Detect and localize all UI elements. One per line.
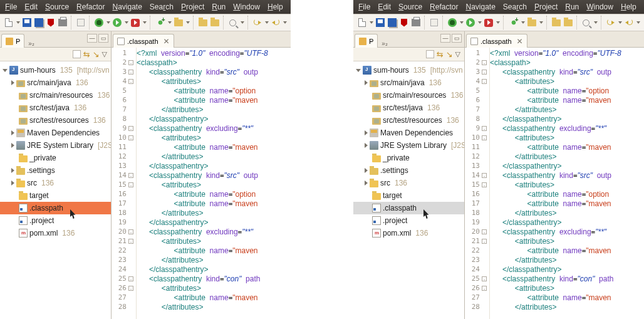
tree-item--settings[interactable]: .settings [353, 164, 464, 177]
new-java-project-button[interactable] [509, 16, 519, 29]
menu-file[interactable]: File [358, 3, 370, 11]
tree-item-src-test-java[interactable]: src/test/java136 [0, 102, 111, 114]
search-button[interactable] [581, 16, 591, 29]
tree-item-target[interactable]: target [0, 189, 111, 202]
menu-navigate[interactable]: Navigate [465, 3, 495, 11]
new-package-button[interactable] [527, 16, 537, 29]
skip-breakpoints-button[interactable] [429, 16, 439, 29]
new-button[interactable] [357, 16, 367, 29]
run-button[interactable] [112, 16, 122, 29]
menu-navigate[interactable]: Navigate [112, 3, 142, 11]
tree-item-pom-xml[interactable]: pom.xml136 [0, 227, 111, 239]
tree-item--project[interactable]: .project [353, 214, 464, 227]
open-task-button[interactable] [210, 16, 220, 29]
skip-breakpoints-button[interactable] [76, 16, 86, 29]
menu-help[interactable]: Help [267, 3, 283, 11]
view-menu-button[interactable]: ▽ [102, 50, 107, 58]
package-explorer-tab[interactable]: P [355, 34, 378, 48]
print-button[interactable] [58, 16, 68, 29]
tree-item-src-main-java[interactable]: src/main/java136 [0, 76, 111, 89]
tree-item-pom-xml[interactable]: pom.xml136 [353, 227, 464, 239]
tree-item-target[interactable]: target [353, 189, 464, 202]
tree-item--private[interactable]: _private [0, 152, 111, 164]
tree-item-src-main-resources[interactable]: src/main/resources136 [0, 89, 111, 102]
menu-edit[interactable]: Edit [378, 3, 391, 11]
save-button[interactable] [22, 16, 32, 29]
menu-search[interactable]: Search [150, 3, 174, 11]
link-editor-button[interactable]: ⇆ [83, 50, 90, 59]
tree-item-src-main-resources[interactable]: src/main/resources136 [353, 89, 464, 102]
menu-run[interactable]: Run [565, 3, 579, 11]
tree-item--classpath[interactable]: .classpath [353, 202, 464, 214]
debug-button[interactable] [447, 16, 457, 29]
tree-item-maven-dependencies[interactable]: Maven Dependencies [0, 127, 111, 139]
run-button[interactable] [465, 16, 475, 29]
tree-item--private[interactable]: _private [353, 152, 464, 164]
print-button[interactable] [411, 16, 421, 29]
nav-fwd-button[interactable] [271, 16, 281, 29]
link-editor-button[interactable]: ⇆ [437, 50, 444, 59]
search-button[interactable] [228, 16, 238, 29]
nav-back-button[interactable] [252, 16, 262, 29]
tree-item-src[interactable]: src136 [0, 177, 111, 189]
menu-search[interactable]: Search [503, 3, 527, 11]
collapse-all-button[interactable] [73, 50, 81, 58]
menu-run[interactable]: Run [212, 3, 226, 11]
debug-button[interactable] [94, 16, 104, 29]
save-all-button[interactable] [34, 16, 44, 29]
minimize-view-button[interactable]: — [440, 34, 450, 43]
close-tab-icon[interactable]: ✕ [517, 37, 523, 46]
tree-item-maven-dependencies[interactable]: Maven Dependencies [353, 127, 464, 139]
menu-window[interactable]: Window [233, 3, 260, 11]
maximize-view-button[interactable]: ▭ [98, 34, 108, 43]
tree-item-jre-system-library[interactable]: JRE System Library[J2SE [353, 139, 464, 152]
minimize-view-button[interactable]: — [87, 34, 97, 43]
external-tools-button[interactable] [484, 16, 494, 29]
tree-item-src-test-java[interactable]: src/test/java136 [353, 102, 464, 114]
focus-button[interactable]: ↘ [93, 50, 100, 59]
project-tree[interactable]: sum-hours135[http://svnsrc/main/java136s… [353, 61, 464, 319]
menu-project[interactable]: Project [181, 3, 204, 11]
tab-overflow[interactable]: »₂ [382, 40, 388, 47]
build-button[interactable] [46, 16, 56, 29]
tree-item-src-test-resources[interactable]: src/test/resources136 [0, 114, 111, 127]
editor-tab-classpath[interactable]: .classpath ✕ [113, 34, 174, 48]
tree-item-src-main-java[interactable]: src/main/java136 [353, 76, 464, 89]
new-java-project-button[interactable] [155, 16, 165, 29]
build-button[interactable] [399, 16, 409, 29]
save-all-button[interactable] [387, 16, 397, 29]
tree-root[interactable]: sum-hours135[http://svn [0, 64, 111, 76]
line-gutter[interactable]: 12-3-4-56789-10-11121314-15-1617181920-2… [112, 48, 137, 319]
tree-item--settings[interactable]: .settings [0, 164, 111, 177]
view-menu-button[interactable]: ▽ [455, 50, 460, 58]
line-gutter[interactable]: 12-3-4-56789-10-11121314-15-1617181920-2… [465, 48, 490, 319]
package-explorer-tab[interactable]: P [1, 34, 24, 48]
tree-item--classpath[interactable]: .classpath [0, 202, 111, 214]
focus-button[interactable]: ↘ [446, 50, 453, 59]
menu-refactor[interactable]: Refactor [76, 3, 105, 11]
tree-item-jre-system-library[interactable]: JRE System Library[J2SE [0, 139, 111, 152]
project-tree[interactable]: sum-hours135[http://svnsrc/main/java136s… [0, 61, 111, 319]
menu-edit[interactable]: Edit [24, 3, 38, 11]
tree-item-src-test-resources[interactable]: src/test/resources136 [353, 114, 464, 127]
new-button[interactable] [4, 16, 14, 29]
tree-root[interactable]: sum-hours135[http://svn [353, 64, 464, 76]
tree-item--project[interactable]: .project [0, 214, 111, 227]
editor-tab-classpath[interactable]: .classpath ✕ [466, 34, 527, 48]
menu-refactor[interactable]: Refactor [430, 3, 458, 11]
nav-back-button[interactable] [606, 16, 616, 29]
tree-item-src[interactable]: src136 [353, 177, 464, 189]
menu-window[interactable]: Window [586, 3, 613, 11]
collapse-all-button[interactable] [426, 50, 434, 58]
open-task-button[interactable] [563, 16, 573, 29]
external-tools-button[interactable] [130, 16, 140, 29]
code-area[interactable]: <?xml version="1.0" encoding="UTF-8<clas… [490, 48, 644, 319]
new-package-button[interactable] [174, 16, 184, 29]
code-area[interactable]: <?xml version="1.0" encoding="UTF-8<clas… [137, 48, 291, 319]
menu-help[interactable]: Help [621, 3, 636, 11]
menu-source[interactable]: Source [398, 3, 422, 11]
open-type-button[interactable] [198, 16, 208, 29]
menu-project[interactable]: Project [534, 3, 558, 11]
menu-source[interactable]: Source [45, 3, 69, 11]
open-type-button[interactable] [551, 16, 561, 29]
